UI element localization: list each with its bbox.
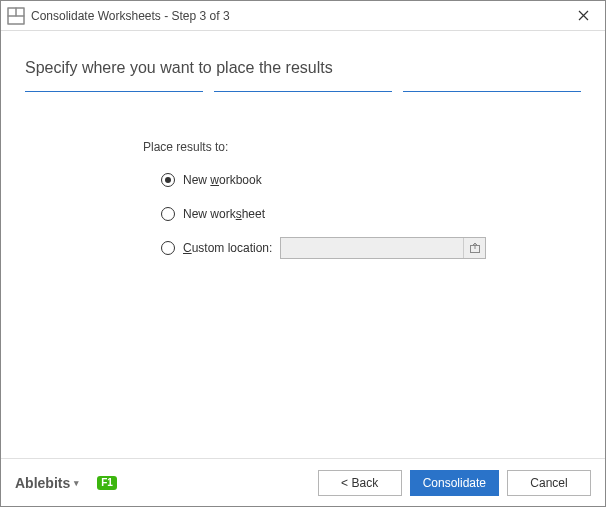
custom-location-input[interactable]	[281, 238, 463, 258]
footer: Ablebits ▾ F1 < Back Consolidate Cancel	[1, 458, 605, 506]
cancel-button[interactable]: Cancel	[507, 470, 591, 496]
radio-icon	[161, 207, 175, 221]
radio-new-workbook[interactable]: New workbook	[161, 170, 581, 190]
options-heading: Place results to:	[143, 140, 581, 154]
brand-link[interactable]: Ablebits ▾	[15, 475, 79, 491]
help-badge[interactable]: F1	[97, 476, 117, 490]
brand-label: Ablebits	[15, 475, 70, 491]
radio-new-worksheet[interactable]: New worksheet	[161, 204, 581, 224]
svg-rect-2	[16, 8, 24, 16]
consolidate-button[interactable]: Consolidate	[410, 470, 499, 496]
step-progress	[25, 91, 581, 92]
range-picker-button[interactable]	[463, 238, 485, 258]
radio-label: New worksheet	[183, 207, 265, 221]
radio-custom-location[interactable]: Custom location:	[161, 238, 581, 258]
radio-label: New workbook	[183, 173, 262, 187]
svg-rect-3	[8, 16, 24, 24]
close-button[interactable]	[561, 1, 605, 31]
radio-icon	[161, 241, 175, 255]
page-heading: Specify where you want to place the resu…	[25, 59, 581, 77]
content-area: Specify where you want to place the resu…	[1, 31, 605, 258]
svg-rect-1	[8, 8, 16, 16]
radio-label: Custom location:	[183, 241, 272, 255]
back-button[interactable]: < Back	[318, 470, 402, 496]
radio-icon	[161, 173, 175, 187]
chevron-down-icon: ▾	[74, 478, 79, 488]
window-title: Consolidate Worksheets - Step 3 of 3	[31, 9, 561, 23]
app-icon	[7, 7, 25, 25]
custom-location-wrap	[280, 237, 486, 259]
options-block: Place results to: New workbook New works…	[143, 140, 581, 258]
titlebar: Consolidate Worksheets - Step 3 of 3	[1, 1, 605, 31]
